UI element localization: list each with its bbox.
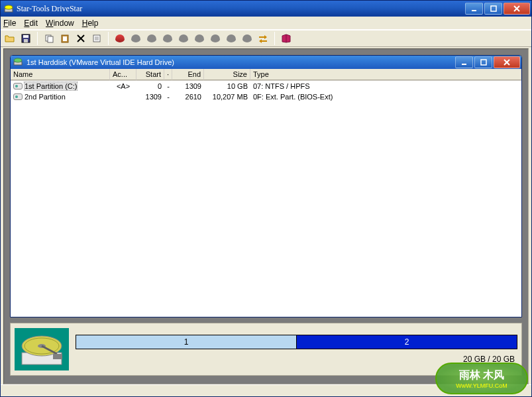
menu-edit[interactable]: Edit <box>24 19 38 28</box>
drive-red-icon[interactable] <box>113 32 127 45</box>
app-icon <box>3 4 14 13</box>
drive-blob-3-icon[interactable] <box>161 32 174 45</box>
child-title: 1st Harddisk (VMware Virtual IDE Hard Dr… <box>27 58 455 66</box>
col-dash[interactable]: · <box>164 69 172 80</box>
svg-rect-23 <box>481 60 486 65</box>
col-end[interactable]: End <box>172 69 204 80</box>
drive-blob-5-icon[interactable] <box>193 32 206 45</box>
col-size[interactable]: Size <box>204 69 250 80</box>
toolbar <box>1 30 531 47</box>
drive-blob-7-icon[interactable] <box>225 32 238 45</box>
child-window: 1st Harddisk (VMware Virtual IDE Hard Dr… <box>10 55 522 317</box>
drive-blob-4-icon[interactable] <box>177 32 190 45</box>
window-title: Star-Tools DriveStar <box>17 4 465 14</box>
drive-blob-8-icon[interactable] <box>240 32 254 45</box>
main-titlebar[interactable]: Star-Tools DriveStar <box>1 1 531 17</box>
svg-rect-31 <box>53 354 62 359</box>
col-type[interactable]: Type <box>250 69 521 80</box>
partition-dash: - <box>164 82 172 90</box>
child-close-button[interactable] <box>494 56 520 68</box>
disk-image-icon <box>15 328 69 370</box>
svg-rect-12 <box>63 36 67 41</box>
child-titlebar[interactable]: 1st Harddisk (VMware Virtual IDE Hard Dr… <box>11 56 521 69</box>
partition-type: 07: NTFS / HPFS <box>250 82 521 90</box>
list-header: Name Ac... Start · End Size Type <box>11 69 521 81</box>
svg-rect-10 <box>48 36 53 42</box>
save-icon[interactable] <box>19 32 32 45</box>
partition-row[interactable]: 2nd Partition 1309 - 2610 10,207 MB 0F: … <box>11 91 521 102</box>
svg-rect-3 <box>491 6 496 11</box>
swap-icon[interactable] <box>256 32 270 45</box>
menu-help[interactable]: Help <box>82 19 99 28</box>
watermark-url: WwW.YLMFU.CoM <box>456 382 507 389</box>
child-maximize-button[interactable] <box>474 56 492 68</box>
col-start[interactable]: Start <box>136 69 164 80</box>
help-book-icon[interactable] <box>280 32 293 45</box>
partition-bar-1[interactable]: 1 <box>76 335 297 349</box>
partition-name: 1st Partition (C:) <box>25 82 77 90</box>
open-icon[interactable] <box>3 32 17 45</box>
partition-dash: - <box>164 93 172 101</box>
menu-file[interactable]: File <box>3 19 16 28</box>
col-name[interactable]: Name <box>11 69 110 80</box>
child-minimize-button[interactable] <box>455 56 473 68</box>
drive-blob-2-icon[interactable] <box>145 32 158 45</box>
copy-icon[interactable] <box>42 32 56 45</box>
partition-icon <box>13 83 23 89</box>
properties-icon[interactable] <box>90 32 103 45</box>
mdi-client: 1st Harddisk (VMware Virtual IDE Hard Dr… <box>3 48 529 384</box>
partition-icon <box>13 93 23 100</box>
partition-bar[interactable]: 1 2 <box>76 335 517 349</box>
partition-end: 2610 <box>172 93 204 101</box>
drive-blob-1-icon[interactable] <box>129 32 142 45</box>
partition-active: <A> <box>110 82 136 90</box>
svg-rect-7 <box>23 35 28 38</box>
partition-end: 1309 <box>172 82 204 90</box>
partition-size: 10 GB <box>204 82 250 90</box>
partition-size: 10,207 MB <box>204 93 250 101</box>
main-window: Star-Tools DriveStar File Edit Window He… <box>0 0 532 397</box>
close-button[interactable] <box>504 3 530 15</box>
partition-bar-2[interactable]: 2 <box>297 335 517 349</box>
delete-icon[interactable] <box>74 32 87 45</box>
watermark-title: 雨林 木风 <box>459 369 504 382</box>
partition-start: 0 <box>136 82 164 90</box>
drive-blob-6-icon[interactable] <box>209 32 222 45</box>
minimize-button[interactable] <box>465 3 483 15</box>
partition-type: 0F: Ext. Part. (BIOS-Ext) <box>250 93 521 101</box>
partition-start: 1309 <box>136 93 164 101</box>
maximize-button[interactable] <box>484 3 502 15</box>
paste-icon[interactable] <box>58 32 72 45</box>
partition-row[interactable]: 1st Partition (C:) <A> 0 - 1309 10 GB 07… <box>11 81 521 91</box>
partition-name: 2nd Partition <box>25 93 66 101</box>
svg-point-1 <box>5 5 13 9</box>
disk-icon <box>13 58 24 67</box>
watermark-badge: 雨林 木风 WwW.YLMFU.CoM <box>435 363 528 394</box>
svg-point-21 <box>14 58 22 62</box>
svg-rect-8 <box>24 39 28 42</box>
menubar: File Edit Window Help <box>1 17 531 30</box>
menu-window[interactable]: Window <box>46 19 74 28</box>
col-active[interactable]: Ac... <box>110 69 136 80</box>
